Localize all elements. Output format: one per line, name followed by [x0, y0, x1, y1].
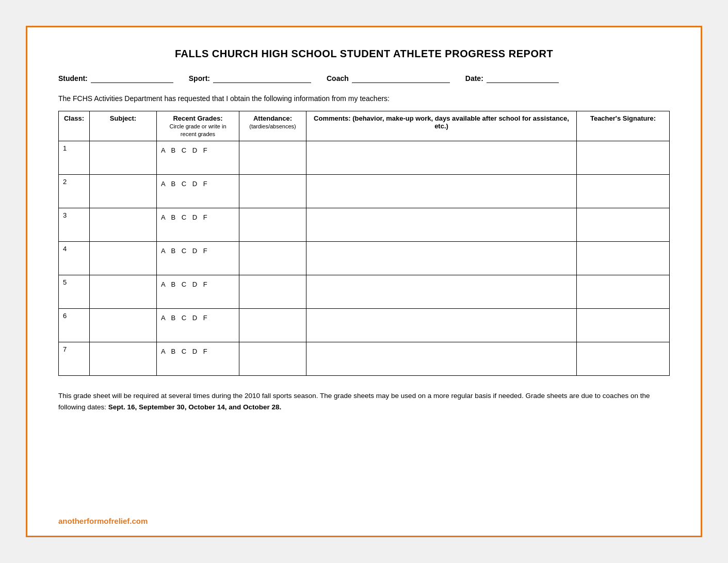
subject-cell-3[interactable] — [90, 208, 157, 242]
table-row: 5 A B C D F — [59, 275, 670, 309]
subject-cell-5[interactable] — [90, 275, 157, 309]
row-number-3: 3 — [59, 208, 90, 242]
sport-line[interactable] — [213, 74, 311, 83]
table-row: 1 A B C D F — [59, 141, 670, 175]
header-subject: Subject: — [90, 111, 157, 141]
signature-cell-5[interactable] — [577, 275, 670, 309]
subject-cell-2[interactable] — [90, 175, 157, 208]
grades-cell-6: A B C D F — [157, 309, 239, 342]
header-signature: Teacher's Signature: — [577, 111, 670, 141]
comments-cell-4[interactable] — [306, 242, 577, 275]
student-line[interactable] — [91, 74, 173, 83]
row-number-5: 5 — [59, 275, 90, 309]
attendance-cell-2[interactable] — [239, 175, 306, 208]
comments-cell-1[interactable] — [306, 141, 577, 175]
grades-cell-2: A B C D F — [157, 175, 239, 208]
comments-cell-6[interactable] — [306, 309, 577, 342]
grades-cell-5: A B C D F — [157, 275, 239, 309]
footer-text: This grade sheet will be required at sev… — [58, 390, 670, 412]
header-class: Class: — [59, 111, 90, 141]
student-label: Student: — [58, 74, 88, 82]
subject-cell-7[interactable] — [90, 342, 157, 376]
header-attendance: Attendance: (tardies/absences) — [239, 111, 306, 141]
comments-cell-7[interactable] — [306, 342, 577, 376]
signature-cell-6[interactable] — [577, 309, 670, 342]
header-comments: Comments: (behavior, make-up work, days … — [306, 111, 577, 141]
comments-cell-5[interactable] — [306, 275, 577, 309]
main-table: Class: Subject: Recent Grades: Circle gr… — [58, 111, 670, 376]
signature-cell-4[interactable] — [577, 242, 670, 275]
student-field: Student: — [58, 74, 173, 83]
header-grades: Recent Grades: Circle grade or write in … — [157, 111, 239, 141]
attendance-cell-7[interactable] — [239, 342, 306, 376]
row-number-1: 1 — [59, 141, 90, 175]
date-line[interactable] — [487, 74, 559, 83]
subject-cell-6[interactable] — [90, 309, 157, 342]
table-row: 3 A B C D F — [59, 208, 670, 242]
comments-cell-3[interactable] — [306, 208, 577, 242]
attendance-cell-1[interactable] — [239, 141, 306, 175]
date-label: Date: — [465, 74, 483, 82]
date-field: Date: — [465, 74, 559, 83]
attendance-cell-3[interactable] — [239, 208, 306, 242]
coach-line[interactable] — [352, 74, 450, 83]
signature-cell-1[interactable] — [577, 141, 670, 175]
table-row: 2 A B C D F — [59, 175, 670, 208]
sport-label: Sport: — [189, 74, 210, 82]
table-header-row: Class: Subject: Recent Grades: Circle gr… — [59, 111, 670, 141]
table-row: 6 A B C D F — [59, 309, 670, 342]
page-container: FALLS CHURCH HIGH SCHOOL STUDENT ATHLETE… — [26, 26, 702, 537]
watermark-url: anotherformofrelief.com — [58, 517, 148, 525]
subject-cell-4[interactable] — [90, 242, 157, 275]
row-number-7: 7 — [59, 342, 90, 376]
coach-label: Coach — [327, 74, 349, 82]
row-number-4: 4 — [59, 242, 90, 275]
table-row: 7 A B C D F — [59, 342, 670, 376]
signature-cell-2[interactable] — [577, 175, 670, 208]
signature-cell-3[interactable] — [577, 208, 670, 242]
sport-field: Sport: — [189, 74, 311, 83]
subject-cell-1[interactable] — [90, 141, 157, 175]
comments-cell-2[interactable] — [306, 175, 577, 208]
grades-cell-4: A B C D F — [157, 242, 239, 275]
page-title: FALLS CHURCH HIGH SCHOOL STUDENT ATHLETE… — [58, 48, 670, 60]
attendance-cell-6[interactable] — [239, 309, 306, 342]
grades-cell-7: A B C D F — [157, 342, 239, 376]
grades-cell-1: A B C D F — [157, 141, 239, 175]
coach-field: Coach — [327, 74, 450, 83]
intro-text: The FCHS Activities Department has reque… — [58, 94, 670, 103]
table-row: 4 A B C D F — [59, 242, 670, 275]
attendance-cell-4[interactable] — [239, 242, 306, 275]
attendance-cell-5[interactable] — [239, 275, 306, 309]
signature-cell-7[interactable] — [577, 342, 670, 376]
form-fields-row: Student: Sport: Coach Date: — [58, 74, 670, 83]
row-number-6: 6 — [59, 309, 90, 342]
grades-cell-3: A B C D F — [157, 208, 239, 242]
row-number-2: 2 — [59, 175, 90, 208]
